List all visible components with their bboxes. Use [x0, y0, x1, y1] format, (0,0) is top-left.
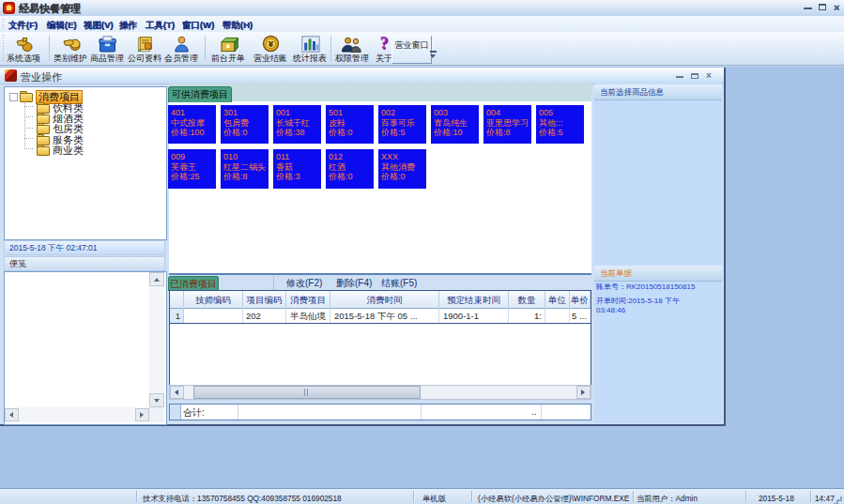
svg-text:¥: ¥ — [269, 39, 273, 49]
